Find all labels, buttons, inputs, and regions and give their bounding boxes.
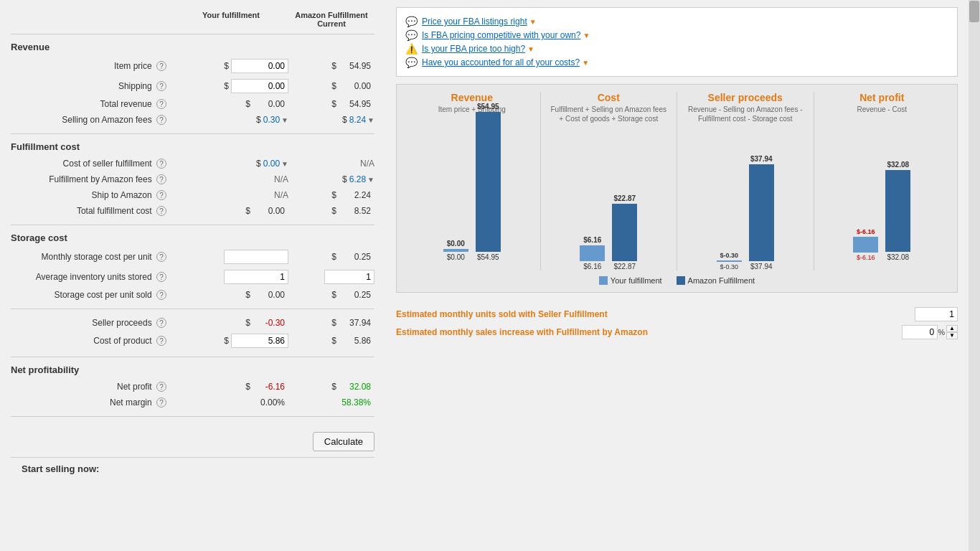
tip-2-link[interactable]: Is FBA pricing competitive with your own…: [422, 30, 580, 40]
bottom-inputs-section: Estimated monthly units sold with Seller…: [396, 300, 958, 347]
monthly-units-label: Estimated monthly units sold with Seller…: [396, 309, 915, 319]
stepper-down[interactable]: ▼: [946, 332, 958, 339]
your-fulfillment-header: Your fulfillment: [174, 11, 288, 28]
cost-seller-your-value[interactable]: 0.00: [263, 159, 280, 169]
selling-fees-help-icon[interactable]: ?: [156, 115, 166, 125]
revenue-bar-amazon-label-top: $54.95: [477, 103, 499, 110]
net-profit-your-value: -6.16: [253, 382, 288, 392]
start-selling-label: Start selling now:: [11, 457, 374, 480]
stepper-up[interactable]: ▲: [946, 325, 958, 332]
total-fulfillment-your-value: 0.00: [253, 206, 288, 216]
net-profit-bar-amazon-label-top: $32.08: [887, 161, 909, 169]
ship-to-amazon-help-icon[interactable]: ?: [156, 190, 166, 200]
revenue-amazon-bar: [476, 112, 501, 252]
seller-proceeds-bar-amazon: $37.94 $37.94: [749, 155, 774, 270]
sales-increase-label: Estimated monthly sales increase with Fu…: [396, 327, 902, 337]
scrollbar[interactable]: [969, 0, 980, 551]
avg-inventory-help-icon[interactable]: ?: [156, 272, 166, 282]
cost-seller-help-icon[interactable]: ?: [156, 159, 166, 169]
cost-seller-dropdown[interactable]: ▼: [281, 160, 288, 168]
net-margin-help-icon[interactable]: ?: [156, 397, 166, 408]
monthly-units-input-row: Estimated monthly units sold with Seller…: [396, 307, 958, 321]
tips-box: 💬 Price your FBA listings right ▼ 💬 Is F…: [396, 7, 958, 77]
legend-item-your: Your fulfillment: [599, 276, 662, 285]
fba-fees-amazon-dropdown[interactable]: ▼: [367, 176, 374, 184]
chart-net-profit-bars: $-6.16 $-6.16 $32.08 $32.08: [821, 118, 943, 261]
chart-legend: Your fulfillment Amazon Fulfillment: [404, 276, 950, 285]
net-profit-bar-your-label-bottom: $-6.16: [857, 254, 875, 261]
monthly-units-input[interactable]: [915, 307, 958, 321]
fba-fees-help-icon[interactable]: ?: [156, 174, 166, 184]
seller-proceeds-bar-your-label-top: $-0.30: [720, 252, 738, 259]
left-panel: Your fulfillment Amazon Fulfillment Curr…: [0, 0, 385, 551]
monthly-storage-your-input[interactable]: [224, 250, 288, 264]
storage-cost-sold-help-icon[interactable]: ?: [156, 290, 166, 300]
chart-seller-proceeds-title: Seller proceeds: [684, 92, 806, 103]
net-profit-amazon-value: 32.08: [339, 382, 374, 392]
total-fulfillment-help-icon[interactable]: ?: [156, 206, 166, 216]
total-fulfillment-amazon-value: 8.52: [339, 206, 374, 216]
revenue-bar-your-label-bottom: $0.00: [447, 253, 465, 261]
revenue-bar-amazon: $54.95 $54.95: [476, 103, 501, 261]
cost-bar-your: $6.16 $6.16: [580, 236, 605, 270]
seller-proceeds-bar-amazon-label-bottom: $37.94: [750, 263, 773, 270]
tip-4-link[interactable]: Have you accounted for all of your costs…: [422, 57, 580, 67]
tip-1-icon: 💬: [405, 16, 418, 27]
avg-inventory-amazon-input[interactable]: [324, 270, 374, 284]
chart-col-seller-proceeds: Seller proceeds Revenue - Selling on Ama…: [677, 92, 814, 270]
shipping-help-icon[interactable]: ?: [156, 81, 166, 91]
seller-proceeds-bar-amazon-label-top: $37.94: [750, 155, 773, 163]
net-profit-bar-your-label-top: $-6.16: [857, 228, 875, 235]
ship-to-amazon-row: Ship to Amazon ? N/A $ 2.24: [11, 187, 374, 203]
cost-your-bar: [580, 245, 605, 261]
shipping-your-input[interactable]: [231, 79, 288, 93]
selling-fees-your-dropdown[interactable]: ▼: [281, 116, 288, 124]
item-price-help-icon[interactable]: ?: [156, 61, 166, 71]
avg-inventory-your-input[interactable]: [224, 270, 288, 284]
divider-4: [11, 357, 374, 357]
net-profit-amazon-bar: [885, 170, 910, 252]
total-revenue-help-icon[interactable]: ?: [156, 99, 166, 109]
shipping-amazon-value: 0.00: [339, 81, 374, 91]
item-price-amazon-value: 54.95: [339, 61, 374, 71]
seller-proceeds-help-icon[interactable]: ?: [156, 318, 166, 328]
monthly-storage-row: Monthly storage cost per unit ? $ 0.25: [11, 247, 374, 267]
tip-1-link[interactable]: Price your FBA listings right: [422, 17, 527, 27]
chart-cost-title: Cost: [548, 92, 670, 103]
seller-proceeds-amazon-bar: [749, 164, 774, 261]
seller-proceeds-your-value: -0.30: [253, 318, 288, 328]
selling-fees-amazon-value[interactable]: 8.24: [349, 115, 366, 125]
tip-3-arrow: ▼: [527, 45, 534, 53]
net-profit-help-icon[interactable]: ?: [156, 382, 166, 392]
net-margin-your-value: 0.00%: [253, 397, 288, 408]
total-revenue-your-value: 0.00: [253, 99, 288, 109]
revenue-bar-your: $0.00 $0.00: [443, 240, 468, 261]
shipping-row: Shipping ? $ $ 0.00: [11, 76, 374, 96]
cost-bar-your-label-bottom: $6.16: [583, 263, 601, 270]
cost-product-help-icon[interactable]: ?: [156, 336, 166, 346]
item-price-your-input[interactable]: [231, 59, 288, 73]
cost-product-your-input[interactable]: [231, 334, 288, 348]
chart-net-profit-title: Net profit: [821, 92, 943, 103]
scrollbar-thumb[interactable]: [969, 1, 979, 22]
chart-cost-subtitle: Fulfillment + Selling on Amazon fees + C…: [548, 105, 670, 123]
selling-fees-your-value[interactable]: 0.30: [263, 115, 280, 125]
seller-proceeds-amazon-value: 37.94: [339, 318, 374, 328]
sales-increase-input[interactable]: [902, 325, 938, 339]
monthly-storage-help-icon[interactable]: ?: [156, 252, 166, 262]
net-profit-bar-amazon: $32.08 $32.08: [885, 161, 910, 261]
stepper: ▲ ▼: [946, 325, 958, 339]
cost-bar-amazon-label-bottom: $22.87: [613, 263, 636, 270]
legend-amazon-label: Amazon Fulfillment: [688, 276, 755, 285]
fba-fees-amazon-value[interactable]: 6.28: [349, 174, 366, 184]
revenue-bar-amazon-label-bottom: $54.95: [477, 253, 499, 261]
selling-fees-amazon-dropdown[interactable]: ▼: [367, 116, 374, 124]
tip-2-arrow: ▼: [583, 32, 590, 39]
tip-3-link[interactable]: Is your FBA price too high?: [422, 44, 525, 54]
seller-proceeds-your-bar: [717, 260, 742, 262]
ship-to-amazon-your-value: N/A: [274, 190, 288, 200]
divider-5: [11, 416, 374, 417]
sales-increase-input-row: Estimated monthly sales increase with Fu…: [396, 325, 958, 339]
tip-4-icon: 💬: [405, 57, 418, 68]
calculate-button[interactable]: Calculate: [313, 432, 374, 451]
